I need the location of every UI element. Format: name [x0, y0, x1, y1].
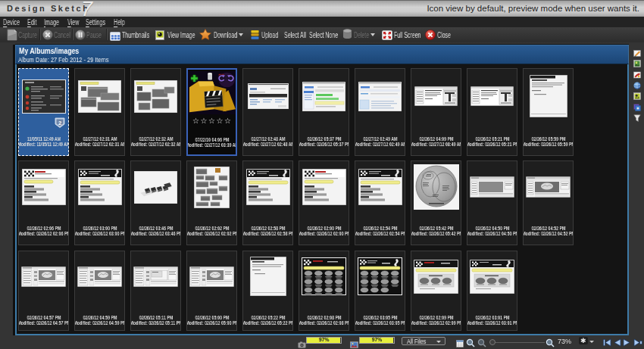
svg-text:2: 2 — [58, 120, 61, 126]
